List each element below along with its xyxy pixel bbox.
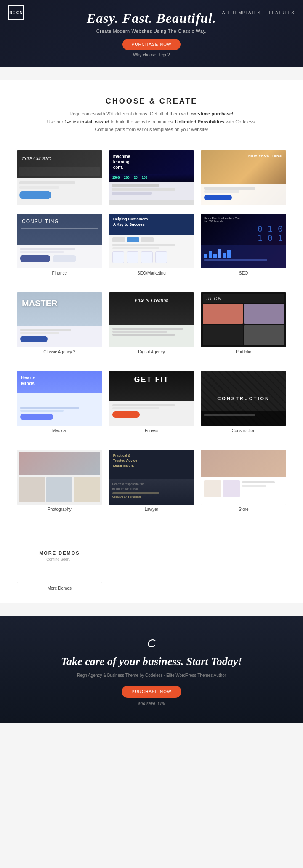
demo-thumb-store (201, 450, 286, 505)
section-choose-desc: Regn comes with 20+ different demos. Get… (25, 110, 278, 134)
medical-text: HeartsMinds (21, 374, 35, 387)
section-choose-title: CHOOSE & CREATE (25, 97, 278, 106)
why-choose-link[interactable]: Why choose Regn? (133, 53, 170, 57)
frontiers-text: NEW FRONTIERS (248, 154, 282, 158)
demo-photography[interactable]: Photography (17, 450, 102, 512)
portfolio-label: Portfolio (236, 350, 251, 354)
demo-thumb-fitness: GET FIT (109, 371, 194, 426)
demo-thumb-dream-big: DREAM BIG (17, 150, 102, 205)
choose-create-section: CHOOSE & CREATE Regn comes with 20+ diff… (0, 80, 303, 146)
navigation: RE GN ALL TEMPLATES FEATURES (0, 0, 303, 25)
demo-grid-row2: CONSULTING Finance Helping CustomersA Ke… (0, 209, 303, 288)
medical-label: Medical (52, 428, 66, 433)
header-purchase-button[interactable]: PURCHASE NOW (122, 39, 181, 50)
machine-stat-4: 150 (142, 176, 147, 179)
demo-thumb-medical: HeartsMinds (17, 371, 102, 426)
header-subtitle: Create Modern Websites Using The Classic… (96, 29, 207, 34)
footer-save-text: and save 30% (25, 701, 278, 706)
footer-icon: C (25, 637, 278, 650)
footer-desc: Regn Agency & Business Theme by Codeless… (25, 672, 278, 679)
demo-classic-agency-2[interactable]: MASTER Classic Agency 2 (17, 292, 102, 354)
demo-grid-row1: DREAM BIG machinelearningconf. 1500 200 … (0, 146, 303, 209)
seomarketing-label: SEO/Marketing (137, 271, 166, 275)
construction-label: Construction (232, 428, 255, 433)
footer-title: Take care of your business. Start Today! (25, 655, 278, 668)
demo-medical[interactable]: HeartsMinds Medical (17, 371, 102, 433)
machine-stat-2: 200 (124, 176, 129, 179)
demo-lawyer[interactable]: Practical &Trusted AdviceLegal Insight R… (109, 450, 194, 512)
demo-thumb-finance: CONSULTING (17, 214, 102, 268)
seo-label: SEO (239, 271, 248, 275)
finance-label: Finance (52, 271, 67, 275)
page-footer: C Take care of your business. Start Toda… (0, 616, 303, 723)
fitness-label: Fitness (145, 428, 158, 433)
demo-thumb-photography (17, 450, 102, 505)
machine-stat-1: 1500 (112, 176, 120, 179)
demo-dream-big[interactable]: DREAM BIG (17, 150, 102, 205)
demo-thumb-construction: CONSTRUCTION (201, 371, 286, 426)
nav-features[interactable]: FEATURES (269, 11, 295, 15)
demo-thumb-portfolio: REGN (201, 292, 286, 347)
finance-text: CONSULTING (22, 219, 59, 224)
demo-grid-row3: MASTER Classic Agency 2 Ease & Creation … (0, 288, 303, 367)
machine-text: machinelearningconf. (113, 154, 190, 170)
demo-seo-marketing[interactable]: Helping CustomersA Key to Success SEO/M (109, 214, 194, 275)
nav-links: ALL TEMPLATES FEATURES (222, 11, 295, 15)
nav-all-templates[interactable]: ALL TEMPLATES (222, 11, 261, 15)
demo-more-demos-box[interactable]: MORE DEMOS Coming Soon... More Demos (17, 529, 102, 590)
demo-seo[interactable]: From Practice Leaders Cupfor 500 brands … (201, 214, 286, 275)
demo-finance[interactable]: CONSULTING Finance (17, 214, 102, 275)
spacer-2 (0, 603, 303, 616)
demo-grid-row4: HeartsMinds Medical GET FIT Fitness (0, 367, 303, 446)
demo-digital-agency[interactable]: Ease & Creation Digital Agency (109, 292, 194, 354)
more-demos-label[interactable]: More Demos (48, 586, 72, 590)
store-label: Store (239, 507, 249, 512)
demo-fitness[interactable]: GET FIT Fitness (109, 371, 194, 433)
demo-portfolio[interactable]: REGN Portfolio (201, 292, 286, 354)
demo-thumb-seo: From Practice Leaders Cupfor 500 brands … (201, 214, 286, 268)
seomarketing-text: Helping CustomersA Key to Success (113, 216, 190, 227)
digital-text: Ease & Creation (109, 297, 194, 304)
classic2-label: Classic Agency 2 (43, 350, 75, 354)
footer-purchase-button[interactable]: PURCHASE NOW (122, 686, 182, 698)
machine-stat-3: 25 (134, 176, 138, 179)
logo[interactable]: RE GN (8, 5, 24, 20)
classic2-text: MASTER (22, 299, 57, 308)
lawyer-label: Lawyer (145, 507, 158, 512)
digital-label: Digital Agency (138, 350, 165, 354)
more-demos-title: MORE DEMOS (39, 550, 80, 556)
construction-text: CONSTRUCTION (217, 396, 270, 401)
demo-thumb-frontiers: NEW FRONTIERS (201, 150, 286, 205)
demo-thumb-seomarketing: Helping CustomersA Key to Success (109, 214, 194, 268)
spacer-1 (0, 67, 303, 80)
demo-thumb-digital: Ease & Creation (109, 292, 194, 347)
demo-new-frontiers[interactable]: NEW FRONTIERS (201, 150, 286, 205)
more-demos-sub: Coming Soon... (46, 557, 72, 561)
dream-big-text: DREAM BIG (22, 155, 51, 162)
demo-thumb-machine: machinelearningconf. 1500 200 25 150 (109, 150, 194, 205)
more-demos-section: MORE DEMOS Coming Soon... More Demos (0, 524, 303, 603)
fitness-text: GET FIT (109, 375, 194, 384)
photography-label: Photography (48, 507, 72, 512)
demo-construction[interactable]: CONSTRUCTION Construction (201, 371, 286, 433)
demo-thumb-lawyer: Practical &Trusted AdviceLegal Insight R… (109, 450, 194, 505)
page-header: RE GN ALL TEMPLATES FEATURES Easy. Fast.… (0, 0, 303, 67)
demo-store[interactable]: Store (201, 450, 286, 512)
demo-thumb-classic2: MASTER (17, 292, 102, 347)
demo-machine-learning[interactable]: machinelearningconf. 1500 200 25 150 (109, 150, 194, 205)
more-demos-thumb: MORE DEMOS Coming Soon... (17, 529, 102, 583)
lawyer-text: Practical &Trusted AdviceLegal Insight (113, 453, 190, 468)
demo-grid-row5: Photography Practical &Trusted AdviceLeg… (0, 446, 303, 524)
